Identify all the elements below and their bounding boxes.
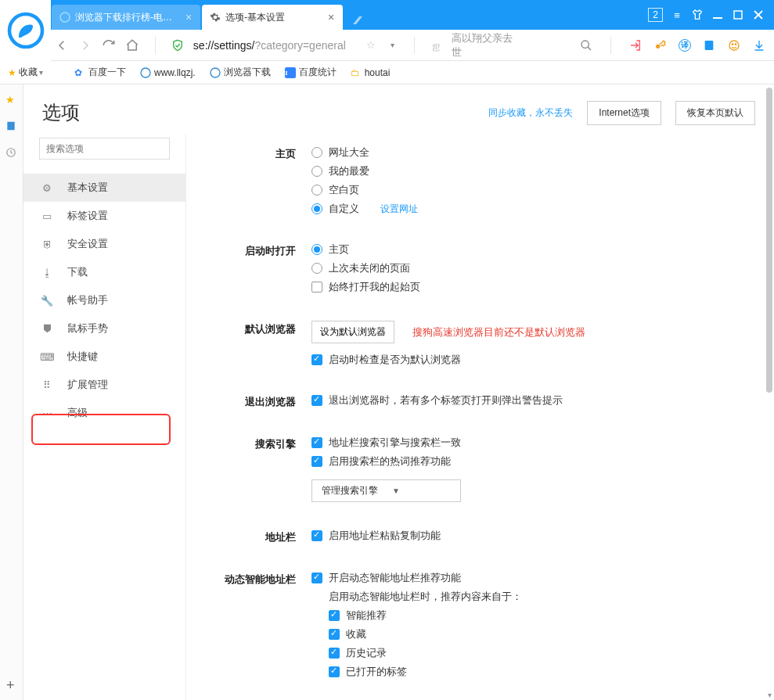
svg-point-4 <box>581 41 589 48</box>
checkbox-option[interactable]: 智能推荐 <box>329 608 522 623</box>
checkbox-option[interactable]: 收藏 <box>329 627 522 641</box>
sidebar-item-shortcut[interactable]: ⌨快捷键 <box>23 343 185 371</box>
search-hint[interactable]: 高以翔父亲去世 <box>452 31 513 59</box>
minimize-icon[interactable] <box>711 9 724 21</box>
close-icon[interactable]: × <box>183 12 194 23</box>
window-counter[interactable]: 2 <box>648 8 663 22</box>
chevron-down-icon[interactable]: ▾ <box>39 68 43 77</box>
tab-title: 选项-基本设置 <box>225 11 321 24</box>
back-icon[interactable] <box>55 38 69 53</box>
set-default-button[interactable]: 设为默认浏览器 <box>311 321 394 343</box>
keyboard-icon: ⌨ <box>41 350 53 363</box>
tab-title: 浏览器下载排行榜-电脑… <box>75 11 178 24</box>
option-label: 自定义 <box>329 202 359 216</box>
sidebar-item-label: 下载 <box>67 265 88 279</box>
maximize-icon[interactable] <box>732 9 744 21</box>
svg-rect-6 <box>705 41 714 50</box>
sidebar-item-basic[interactable]: ⚙基本设置 <box>23 174 185 202</box>
radio-option[interactable]: 网址大全 <box>311 145 418 160</box>
bookmark-label: 浏览器下载 <box>224 66 271 79</box>
sidebar-item-security[interactable]: ⛨安全设置 <box>23 230 185 258</box>
home-icon[interactable] <box>125 38 139 53</box>
new-tab-button[interactable] <box>349 13 366 30</box>
radio-option[interactable]: 自定义 设置网址 <box>311 202 418 216</box>
page-title: 选项 <box>42 100 80 125</box>
bookmark-item[interactable]: 🗀houtai <box>351 67 391 78</box>
login-icon[interactable] <box>628 38 643 52</box>
face-icon[interactable] <box>727 38 741 52</box>
translate-icon[interactable]: 译 <box>679 39 691 52</box>
restore-defaults-button[interactable]: 恢复本页默认 <box>675 101 755 125</box>
url-display[interactable]: se://settings/?category=general <box>193 39 346 52</box>
internet-options-button[interactable]: Internet选项 <box>587 101 661 125</box>
close-icon[interactable] <box>752 9 765 21</box>
option-label: 空白页 <box>329 183 359 197</box>
sidebar-item-extensions[interactable]: ⠿扩展管理 <box>23 371 185 399</box>
add-icon[interactable]: + <box>6 677 15 694</box>
browser-logo <box>0 0 51 61</box>
checkbox-option[interactable]: 开启动态智能地址栏推荐功能 <box>311 571 522 585</box>
svg-point-5 <box>656 44 660 48</box>
search-icon[interactable] <box>579 38 593 52</box>
checkbox-option[interactable]: 启用地址栏粘贴复制功能 <box>311 529 441 543</box>
default-warning: 搜狗高速浏览器目前还不是默认浏览器 <box>412 325 585 339</box>
folder-icon: 🗀 <box>351 67 362 78</box>
radio-option[interactable]: 空白页 <box>311 183 418 197</box>
reload-icon[interactable] <box>102 38 116 53</box>
bookmark-item[interactable]: 浏览器下载 <box>210 66 271 79</box>
paw-icon: ✿ <box>74 67 85 78</box>
checkbox-option[interactable]: 启用搜索栏的热词推荐功能 <box>311 454 461 468</box>
sidebar-item-gesture[interactable]: ⛊鼠标手势 <box>23 314 185 343</box>
sidebar-item-tabs[interactable]: ▭标签设置 <box>23 202 185 230</box>
download-icon[interactable] <box>752 38 766 52</box>
set-url-link[interactable]: 设置网址 <box>380 203 418 216</box>
close-icon[interactable]: × <box>326 12 337 23</box>
option-label: 启动时检查是否为默认浏览器 <box>329 353 461 367</box>
star-icon[interactable]: ☆ <box>365 38 377 52</box>
bookmark-item[interactable]: ✿百度一下 <box>74 66 126 79</box>
sidebar-item-account[interactable]: 🔧帐号助手 <box>23 286 185 314</box>
sogou-icon[interactable]: ஐ <box>430 38 443 52</box>
search-input[interactable] <box>39 138 170 160</box>
bookmark-item[interactable]: ⫾百度统计 <box>285 66 337 79</box>
checkbox-option[interactable]: 已打开的标签 <box>329 665 522 679</box>
chevron-down-icon[interactable]: ▾ <box>766 691 772 698</box>
star-icon[interactable]: ★ <box>5 94 18 106</box>
sidebar-item-download[interactable]: ⭳下载 <box>23 258 185 286</box>
tab-item[interactable]: 浏览器下载排行榜-电脑… × <box>52 5 200 30</box>
book-icon[interactable] <box>5 120 18 133</box>
globe-icon <box>140 67 151 78</box>
option-label: 智能推荐 <box>346 608 387 623</box>
shield-icon[interactable] <box>171 39 184 52</box>
scrollbar-thumb[interactable] <box>766 88 772 393</box>
radio-option[interactable]: 上次未关闭的页面 <box>311 261 420 275</box>
favorites-label[interactable]: 收藏 <box>19 66 38 79</box>
section-label: 地址栏 <box>210 529 311 544</box>
sidebar-item-label: 标签设置 <box>67 209 108 223</box>
checkbox-option[interactable]: 始终打开我的起始页 <box>311 280 420 294</box>
note-icon[interactable] <box>702 38 716 52</box>
clock-icon[interactable] <box>5 147 18 160</box>
tab-item[interactable]: 选项-基本设置 × <box>202 5 343 30</box>
shirt-icon[interactable] <box>691 9 704 21</box>
key-icon[interactable] <box>653 38 668 52</box>
title-bar: 浏览器下载排行榜-电脑… × 选项-基本设置 × 2 ≡ <box>0 0 774 30</box>
svg-rect-3 <box>734 11 742 19</box>
checkbox-option[interactable]: 退出浏览器时，若有多个标签页打开则弹出警告提示 <box>311 393 563 407</box>
forward-icon[interactable] <box>78 38 92 53</box>
checkbox-option[interactable]: 历史记录 <box>329 646 522 660</box>
bookmarks-bar: ★ 收藏 ▾ ✿百度一下 www.llqzj. 浏览器下载 ⫾百度统计 🗀hou… <box>0 61 774 84</box>
menu-icon[interactable]: ≡ <box>671 9 683 21</box>
manage-search-dropdown[interactable]: 管理搜索引擎▼ <box>311 479 461 502</box>
section-label: 启动时打开 <box>210 242 311 258</box>
chevron-down-icon[interactable]: ▾ <box>386 38 398 52</box>
checkbox-option[interactable]: 启动时检查是否为默认浏览器 <box>311 353 585 367</box>
checkbox-option[interactable]: 地址栏搜索引擎与搜索栏一致 <box>311 436 461 450</box>
radio-option[interactable]: 我的最爱 <box>311 164 418 178</box>
sync-link[interactable]: 同步收藏，永不丢失 <box>488 106 573 120</box>
radio-option[interactable]: 主页 <box>311 242 420 257</box>
settings-page: 选项 同步收藏，永不丢失 Internet选项 恢复本页默认 ⚙基本设置 ▭标签… <box>23 84 774 700</box>
bookmark-item[interactable]: www.llqzj. <box>140 67 196 78</box>
option-label: 历史记录 <box>346 646 387 660</box>
scrollbar[interactable]: ▾ <box>766 88 772 698</box>
